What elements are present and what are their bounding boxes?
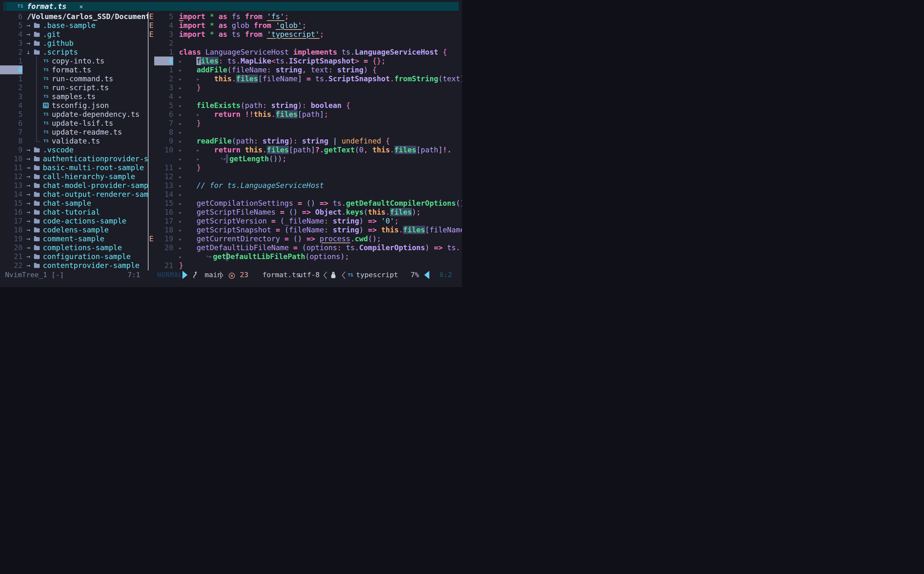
code-token: string: [271, 101, 298, 110]
editor-split: 6/Volumes/Carlos_SSD/Documents5→.base-sa…: [0, 12, 462, 271]
code-token: =>: [368, 217, 377, 225]
code-line[interactable]: 8▸: [149, 128, 462, 137]
code-token: [179, 199, 196, 207]
code-line[interactable]: 3▸ }: [149, 83, 462, 92]
code-line[interactable]: 4▸: [149, 92, 462, 101]
tree-item[interactable]: 14→chat-output-renderer-samp: [0, 190, 148, 199]
tab-format-ts[interactable]: TS format.ts ✕: [3, 2, 459, 11]
code-token: }: [196, 84, 201, 92]
code-token: [205, 21, 210, 30]
command-line[interactable]: [0, 279, 462, 287]
code-token: (: [355, 146, 359, 154]
line-number: 7: [0, 128, 22, 137]
code-line[interactable]: 16▸ getScriptFileNames = () => Object.ke…: [149, 208, 462, 216]
code-line[interactable]: 10▸▸ return this.files[path]?.getText(0,…: [149, 145, 462, 154]
code-line[interactable]: 2: [149, 39, 462, 47]
nvimtree-file-explorer[interactable]: 6/Volumes/Carlos_SSD/Documents5→.base-sa…: [0, 12, 148, 271]
tree-item[interactable]: 7TSupdate-readme.ts: [0, 128, 148, 137]
indent-guide: [36, 128, 37, 137]
tree-item[interactable]: 1TSrun-command.ts: [0, 74, 148, 83]
code-line[interactable]: 20▸ getDefaultLibFileName = (options: ts…: [149, 243, 462, 252]
tree-item[interactable]: 1TScopy-into.ts: [0, 57, 148, 65]
code-token: }: [196, 119, 201, 127]
code-line[interactable]: 2▸▸ this.files[fileName] = ts.ScriptSnap…: [149, 74, 462, 83]
tree-item[interactable]: 5→.base-sample: [0, 21, 148, 30]
tree-item[interactable]: 6/Volumes/Carlos_SSD/Documents: [0, 12, 148, 21]
tree-item[interactable]: 15→chat-sample: [0, 199, 148, 208]
chevron-right-icon: →: [26, 261, 30, 270]
code-token: [205, 30, 210, 38]
typescript-icon: TS: [44, 92, 49, 101]
tree-item[interactable]: 20→completions-sample: [0, 243, 148, 252]
tree-item[interactable]: 2↓.scripts: [0, 47, 148, 57]
tree-item[interactable]: 21→configuration-sample: [0, 252, 148, 261]
tree-item[interactable]: 12→call-hierarchy-sample: [0, 172, 148, 181]
tree-item[interactable]: 13→chat-model-provider-sampl: [0, 181, 148, 190]
tree-item[interactable]: 4TStsconfig.json: [0, 101, 148, 110]
code-token: :: [253, 137, 258, 145]
code-line[interactable]: 12▸: [149, 172, 462, 181]
code-line[interactable]: 5▸ fileExists(path: string): boolean {: [149, 101, 462, 110]
code-line[interactable]: 18▸ getScriptSnapshot = (fileName: strin…: [149, 226, 462, 234]
code-line[interactable]: 6▸ files: ts.MapLike<ts.IScriptSnapshot>…: [149, 57, 462, 65]
code-line[interactable]: 1class LanguageServiceHost implements ts…: [149, 47, 462, 57]
code-line[interactable]: E5import * as fs from 'fs';: [149, 12, 462, 21]
code-token: ): [341, 252, 345, 261]
code-line[interactable]: E3import * as ts from 'typescript';: [149, 30, 462, 39]
tree-item[interactable]: 3TSsamples.ts: [0, 92, 148, 101]
code-token: [240, 110, 245, 118]
code-token: [315, 199, 319, 207]
code-line[interactable]: 13▸ // for ts.LanguageServiceHost: [149, 181, 462, 190]
code-token: 'typescript': [267, 30, 319, 38]
code-line[interactable]: 21}: [149, 261, 462, 270]
code-buffer[interactable]: E5import * as fs from 'fs';E4import * as…: [149, 12, 462, 271]
code-token: ): [364, 66, 368, 74]
tree-item[interactable]: 11→basic-multi-root-sample: [0, 163, 148, 172]
code-line[interactable]: ▸▸↪getLength());: [149, 154, 462, 163]
line-number: 2: [0, 83, 22, 92]
tree-item[interactable]: 8TSvalidate.ts: [0, 137, 148, 145]
code-line[interactable]: 15▸ getCompilationSettings = () => ts.ge…: [149, 199, 462, 208]
code-line[interactable]: E19▸ getCurrentDirectory = () => process…: [149, 234, 462, 243]
tree-item[interactable]: 4→.git: [0, 30, 148, 39]
tree-item[interactable]: 5TSupdate-dependency.ts: [0, 110, 148, 119]
code-token: // for ts.LanguageServiceHost: [196, 181, 324, 189]
code-token: =: [364, 57, 368, 65]
code-text: addFile(fileName: string, text: string) …: [179, 65, 377, 74]
tree-item[interactable]: 6TSupdate-lsif.ts: [0, 119, 148, 128]
code-line[interactable]: 17▸ getScriptVersion = (_fileName: strin…: [149, 216, 462, 226]
line-number: 2: [154, 74, 173, 83]
code-token: string: [333, 217, 359, 225]
tree-item[interactable]: 2TSrun-script.ts: [0, 83, 148, 92]
chevron-right-icon: →: [26, 190, 30, 199]
code-line[interactable]: 6▸▸ return !!this.files[path];: [149, 110, 462, 119]
code-token: path: [236, 137, 253, 145]
code-line[interactable]: 11▸ }: [149, 163, 462, 172]
tree-item[interactable]: 10→authenticationprovider-sa: [0, 154, 148, 163]
code-token: [293, 199, 298, 207]
code-token: [179, 243, 196, 252]
code-line[interactable]: 9▸ readFile(path: string): string | unde…: [149, 137, 462, 145]
tree-item[interactable]: 17→code-actions-sample: [0, 216, 148, 226]
code-line[interactable]: 1▸ addFile(fileName: string, text: strin…: [149, 65, 462, 74]
code-token: .: [271, 110, 276, 118]
close-icon[interactable]: ✕: [79, 2, 83, 11]
tree-item[interactable]: 9→.vscode: [0, 145, 148, 154]
code-token: Object: [315, 208, 341, 216]
code-line[interactable]: 7▸ }: [149, 119, 462, 128]
line-number: 13: [0, 181, 22, 190]
tree-item[interactable]: 16→chat-tutorial: [0, 208, 148, 216]
code-line[interactable]: ▸↪getDefaultLibFilePath(options);: [149, 252, 462, 261]
tree-item[interactable]: 0TSformat.ts: [0, 65, 148, 74]
tree-item[interactable]: 18→codelens-sample: [0, 226, 148, 234]
tree-item[interactable]: 19→comment-sample: [0, 234, 148, 243]
tree-item[interactable]: 22→contentprovider-sample: [0, 261, 148, 270]
code-line[interactable]: 14▸: [149, 190, 462, 199]
tree-item[interactable]: 3→.github: [0, 39, 148, 47]
code-line[interactable]: E4import * as glob from 'glob';: [149, 21, 462, 30]
code-token: [364, 226, 368, 234]
code-token: [227, 21, 232, 30]
code-token: [333, 66, 337, 74]
code-token: [227, 13, 232, 20]
code-text: }: [179, 261, 184, 270]
